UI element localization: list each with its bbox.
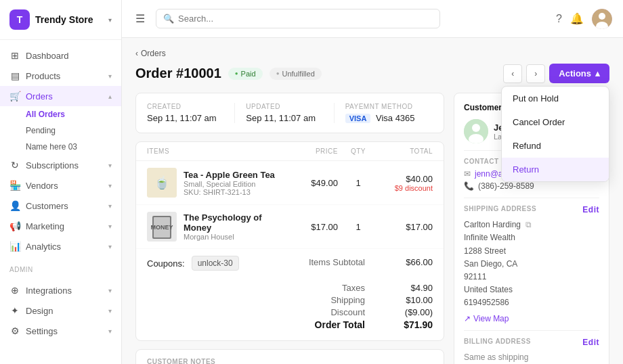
main-nav: ⊞ Dashboard ▤ Products ▾ 🛒 Orders ▴ All … — [0, 40, 121, 262]
sidebar-item-label: Vendors — [26, 181, 58, 191]
sidebar-item-products[interactable]: ▤ Products ▾ — [0, 66, 121, 86]
back-button[interactable]: ‹ — [135, 49, 138, 58]
view-map-link[interactable]: ↗ View Map — [464, 314, 599, 323]
item-qty: 1 — [338, 222, 379, 232]
logo-avatar: T — [9, 9, 30, 30]
discount-value: ($9.00) — [379, 307, 433, 317]
avatar[interactable] — [592, 9, 612, 29]
taxes-value: $4.90 — [379, 283, 433, 293]
sidebar-item-marketing[interactable]: 📢 Marketing ▾ — [0, 216, 121, 236]
integrations-icon: ⊕ — [9, 285, 20, 296]
analytics-icon: 📊 — [9, 241, 20, 252]
subscriptions-icon: ↻ — [9, 160, 20, 170]
address-phone: 6194952586 — [464, 296, 599, 309]
created-section: CREATED Sep 11, 11:07 am — [147, 103, 234, 123]
search-input[interactable] — [178, 14, 433, 24]
store-chevron-icon: ▾ — [108, 16, 112, 24]
chevron-down-icon: ▾ — [108, 243, 112, 250]
payment-value: VISA Visa 4365 — [345, 113, 433, 123]
totals: Taxes $4.90 Shipping $10.00 Discount ($9… — [136, 277, 444, 340]
taxes-row: Taxes $4.90 — [147, 283, 433, 293]
chevron-down-icon: ▾ — [108, 162, 112, 169]
dropdown-return[interactable]: Return — [502, 158, 609, 181]
shipping-edit-link[interactable]: Edit — [582, 205, 599, 214]
chevron-down-icon: ▾ — [108, 287, 112, 294]
item-name: The Psychology of Money — [184, 212, 284, 233]
chevron-down-icon: ▾ — [108, 307, 112, 315]
payment-number: Visa 4365 — [376, 113, 415, 123]
col-header-price: PRICE — [284, 147, 338, 155]
order-title: Order #10001 — [135, 66, 221, 81]
marketing-icon: 📢 — [9, 221, 20, 231]
sidebar-sub-pending[interactable]: Pending — [0, 122, 121, 139]
store-name: Trendy Store — [35, 14, 93, 25]
bell-icon[interactable]: 🔔 — [570, 12, 584, 25]
breadcrumb: ‹ Orders — [135, 49, 609, 58]
phone-icon: 📞 — [464, 181, 474, 191]
sidebar-sub-all-orders[interactable]: All Orders — [0, 106, 121, 122]
sidebar-item-design[interactable]: ✦ Design ▾ — [0, 300, 121, 321]
payment-label: PAYEMNT METHOD — [345, 103, 433, 110]
header: ☰ 🔍 ? 🔔 — [122, 0, 623, 38]
sidebar-item-dashboard[interactable]: ⊞ Dashboard — [0, 45, 121, 66]
svg-point-10 — [472, 124, 480, 132]
sidebar-item-label: Marketing — [26, 221, 64, 231]
divider — [464, 198, 599, 198]
sidebar-item-settings[interactable]: ⚙ Settings ▾ — [0, 321, 121, 341]
email-icon: ✉ — [464, 169, 471, 179]
billing-edit-link[interactable]: Edit — [582, 338, 599, 347]
dropdown-cancel-order[interactable]: Cancel Order — [502, 110, 609, 134]
sidebar-item-label: Products — [26, 71, 60, 81]
subtotal-value: $66.00 — [379, 257, 433, 267]
item-sku: SKU: SHIRT-321-13 — [184, 188, 284, 196]
next-order-button[interactable]: › — [526, 64, 545, 83]
actions-wrapper: Actions ▴ Put on Hold Cancel Order Refun… — [549, 64, 609, 83]
shipping-label: Shipping — [297, 295, 379, 305]
actions-chevron-icon: ▴ — [595, 68, 600, 78]
divider — [464, 330, 599, 331]
actions-button[interactable]: Actions ▴ — [549, 64, 609, 83]
sidebar-item-integrations[interactable]: ⊕ Integrations ▾ — [0, 280, 121, 300]
notes-section: CUSTOMER NOTES Pellentesque curabitur fe… — [136, 350, 444, 364]
view-map-label: View Map — [473, 314, 509, 323]
prev-order-button[interactable]: ‹ — [503, 64, 522, 83]
copy-icon[interactable]: ⧉ — [525, 220, 532, 229]
status-paid-badge: Paid — [228, 68, 263, 80]
sidebar-item-customers[interactable]: 👤 Customers ▾ — [0, 196, 121, 216]
payment-section: PAYEMNT METHOD VISA Visa 4365 — [334, 103, 433, 123]
coupons-label: Coupons: — [147, 258, 185, 269]
search-bar: 🔍 — [156, 9, 440, 28]
help-icon[interactable]: ? — [556, 13, 562, 25]
settings-icon: ⚙ — [9, 325, 20, 336]
sidebar-item-label: Integrations — [26, 286, 72, 296]
item-info-tea: Tea - Apple Green Tea Small, Special Edi… — [184, 170, 284, 196]
dropdown-refund[interactable]: Refund — [502, 134, 609, 158]
sidebar-item-label: Settings — [26, 326, 58, 336]
sidebar-item-vendors[interactable]: 🏪 Vendors ▾ — [0, 175, 121, 196]
sidebar-item-subscriptions[interactable]: ↻ Subscriptions ▾ — [0, 155, 121, 175]
chevron-down-icon: ▾ — [108, 182, 112, 189]
updated-section: UPDATED Sep 11, 11:07 am — [234, 103, 333, 123]
address-name: Carlton Harding ⧉ — [464, 219, 599, 231]
item-price: $17.00 — [284, 222, 338, 232]
dashboard-icon: ⊞ — [9, 50, 20, 61]
sidebar-item-label: Analytics — [26, 242, 61, 252]
status-unfulfilled-badge: Unfulfilled — [270, 68, 322, 80]
address-city: San Diego, CA — [464, 258, 599, 271]
sidebar-logo[interactable]: T Trendy Store ▾ — [0, 0, 121, 40]
orders-icon: 🛒 — [9, 91, 20, 101]
discount-row: Discount ($9.00) — [147, 307, 433, 317]
hamburger-icon[interactable]: ☰ — [133, 9, 148, 28]
sidebar-item-orders[interactable]: 🛒 Orders ▴ — [0, 86, 121, 106]
sidebar-sub-name-here[interactable]: Name here 03 — [0, 139, 121, 155]
breadcrumb-link[interactable]: Orders — [141, 49, 166, 58]
dropdown-put-on-hold[interactable]: Put on Hold — [502, 87, 609, 110]
items-card: ITEMS PRICE QTY TOTAL 🍵 — [135, 141, 444, 341]
order-info-card: CREATED Sep 11, 11:07 am UPDATED Sep 11,… — [135, 93, 444, 133]
item-discount: $9 discount — [379, 184, 433, 192]
subtotal-label: Items Subtotal — [297, 257, 379, 267]
chevron-up-icon: ▴ — [108, 93, 112, 100]
col-header-qty: QTY — [338, 147, 379, 155]
sidebar-item-analytics[interactable]: 📊 Analytics ▾ — [0, 236, 121, 256]
map-icon: ↗ — [464, 314, 471, 323]
